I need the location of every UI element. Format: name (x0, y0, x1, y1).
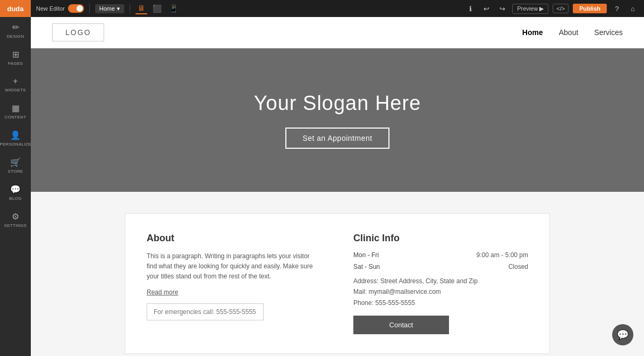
pages-icon: ⊞ (12, 49, 19, 60)
desktop-icon[interactable]: 🖥 (135, 3, 147, 14)
site-header: LOGO Home About Services (31, 17, 644, 48)
toolbar-divider-1 (89, 4, 90, 13)
sidebar-item-personalize[interactable]: 👤 PERSONALIZE (0, 125, 31, 152)
sidebar-item-settings[interactable]: ⚙ SETTINGS (0, 206, 31, 233)
address-line2: Mail: mymail@mailservice.com (353, 286, 528, 297)
weekday-label: Mon - Fri (353, 251, 379, 259)
redo-icon[interactable]: ↪ (496, 3, 508, 14)
code-button[interactable]: </> (553, 4, 569, 13)
chevron-down-icon: ▾ (117, 5, 120, 12)
about-title: About (147, 233, 321, 244)
sidebar-item-blog[interactable]: 💬 BLOG (0, 179, 31, 206)
toolbar: New Editor Home ▾ 🖥 ⬛ 📱 ℹ ↩ ↪ Preview ▶ … (31, 0, 644, 17)
main-area: New Editor Home ▾ 🖥 ⬛ 📱 ℹ ↩ ↪ Preview ▶ … (31, 0, 644, 356)
site-nav: Home About Services (522, 28, 623, 37)
publish-button[interactable]: Publish (573, 4, 607, 13)
blog-icon: 💬 (10, 184, 21, 194)
page-selector-value: Home (99, 5, 115, 12)
tablet-icon[interactable]: ⬛ (150, 3, 164, 14)
sidebar-item-pages[interactable]: ⊞ PAGES (0, 44, 31, 71)
device-switcher: 🖥 ⬛ 📱 (135, 3, 180, 14)
chat-icon: 💬 (617, 329, 629, 341)
about-paragraph: This is a paragraph. Writing in paragrap… (147, 251, 321, 282)
undo-icon[interactable]: ↩ (480, 3, 492, 14)
about-column: About This is a paragraph. Writing in pa… (147, 233, 321, 334)
settings-icon: ⚙ (12, 211, 19, 222)
weekend-label: Sat - Sun (353, 263, 380, 270)
chat-bubble[interactable]: 💬 (612, 324, 633, 345)
mobile-icon[interactable]: 📱 (167, 3, 180, 14)
sidebar-item-widgets[interactable]: + WIDGETS (0, 71, 31, 98)
clinic-hours-weekday: Mon - Fri 9:00 am - 5:00 pm (353, 251, 528, 259)
nav-item-services[interactable]: Services (594, 28, 623, 37)
clinic-hours-weekend: Sat - Sun Closed (353, 263, 528, 270)
info-section: About This is a paragraph. Writing in pa… (31, 192, 644, 356)
site-wrapper: LOGO Home About Services Your Slogan Her… (31, 17, 644, 356)
toolbar-divider-2 (130, 4, 130, 13)
preview-button[interactable]: Preview ▶ (512, 4, 548, 14)
weekend-hours: Closed (509, 263, 528, 270)
content-icon: ▦ (12, 103, 20, 113)
nav-item-home[interactable]: Home (522, 28, 543, 37)
clinic-address: Address: Street Address, City, State and… (353, 276, 528, 308)
read-more-link[interactable]: Read more (147, 289, 321, 296)
new-editor-label: New Editor (36, 5, 65, 12)
hero-slogan: Your Slogan Here (254, 92, 421, 115)
contact-button[interactable]: Contact (353, 316, 449, 334)
appointment-button[interactable]: Set an Appointment (285, 128, 389, 149)
site-logo[interactable]: LOGO (52, 23, 104, 41)
info-icon[interactable]: ℹ (464, 3, 476, 14)
canvas: LOGO Home About Services Your Slogan Her… (31, 17, 644, 356)
duda-logo[interactable]: duda (0, 0, 31, 17)
sidebar-item-content[interactable]: ▦ CONTENT (0, 98, 31, 125)
emergency-input[interactable] (147, 303, 264, 320)
store-icon: 🛒 (10, 157, 21, 167)
clinic-column: Clinic Info Mon - Fri 9:00 am - 5:00 pm … (353, 233, 528, 334)
address-line3: Phone: 555-555-5555 (353, 298, 528, 308)
hero-section: Your Slogan Here Set an Appointment (31, 48, 644, 192)
design-icon: ✏ (12, 22, 19, 32)
help-icon[interactable]: ? (611, 3, 623, 14)
clinic-title: Clinic Info (353, 233, 528, 244)
personalize-icon: 👤 (10, 130, 21, 140)
page-selector[interactable]: Home ▾ (95, 4, 124, 13)
play-icon: ▶ (539, 5, 544, 12)
new-editor-toggle[interactable] (68, 4, 84, 13)
address-line1: Address: Street Address, City, State and… (353, 276, 528, 286)
new-editor-toggle-group: New Editor (36, 4, 84, 13)
home-icon[interactable]: ⌂ (627, 3, 639, 14)
sidebar: duda ✏ DESIGN ⊞ PAGES + WIDGETS ▦ CONTEN… (0, 0, 31, 356)
sidebar-item-design[interactable]: ✏ DESIGN (0, 17, 31, 44)
widgets-icon: + (13, 77, 18, 86)
nav-item-about[interactable]: About (559, 28, 579, 37)
weekday-hours: 9:00 am - 5:00 pm (477, 251, 528, 259)
sidebar-item-store[interactable]: 🛒 STORE (0, 152, 31, 179)
info-card: About This is a paragraph. Writing in pa… (125, 213, 550, 354)
toolbar-right: ℹ ↩ ↪ Preview ▶ </> Publish ? ⌂ (464, 3, 639, 14)
